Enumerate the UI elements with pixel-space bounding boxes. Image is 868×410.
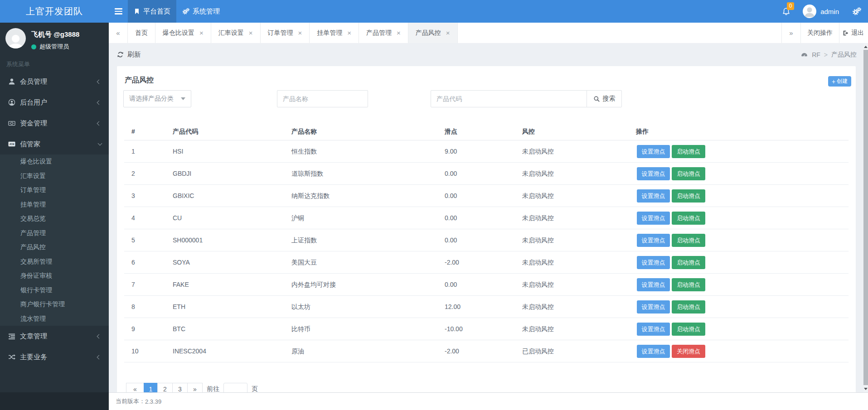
sidebar-subitem-merchant-bankcard[interactable]: 商户银行卡管理 bbox=[0, 297, 109, 312]
sidebar-user-name: 飞机号 @g3888 bbox=[31, 30, 79, 39]
sidebar-subitem-product-risk[interactable]: 产品风控 bbox=[0, 240, 109, 255]
sidebar-item-backend-users[interactable]: 后台用户 bbox=[0, 92, 109, 113]
tab-exchange-rate[interactable]: 汇率设置× bbox=[211, 23, 261, 43]
settings-button[interactable] bbox=[845, 0, 868, 23]
logout-button[interactable]: 退出 bbox=[839, 23, 868, 43]
product-category-select[interactable]: 请选择产品分类 bbox=[123, 90, 191, 107]
user-menu[interactable]: admin bbox=[796, 0, 845, 23]
set-slippage-button[interactable]: 设置滑点 bbox=[637, 167, 670, 180]
scrollbar-thumb[interactable] bbox=[863, 50, 868, 385]
set-slippage-button[interactable]: 设置滑点 bbox=[637, 145, 670, 158]
sidebar-item-article-manage[interactable]: 文章管理 bbox=[0, 326, 109, 347]
sidebar-subitem-order-manage[interactable]: 订单管理 bbox=[0, 183, 109, 198]
set-slippage-button[interactable]: 设置滑点 bbox=[637, 345, 670, 358]
tab-close-icon[interactable]: × bbox=[249, 29, 253, 37]
tab-close-icon[interactable]: × bbox=[446, 29, 450, 37]
cell-risk-status: 未启动风控 bbox=[522, 185, 554, 207]
start-slippage-button[interactable]: 启动滑点 bbox=[672, 167, 705, 180]
start-slippage-button[interactable]: 启动滑点 bbox=[672, 300, 705, 314]
close-operations-button[interactable]: 关闭操作 bbox=[800, 23, 839, 43]
tab-product-risk[interactable]: 产品风控× bbox=[408, 23, 458, 43]
user-avatar-icon bbox=[5, 31, 26, 48]
sidebar-subitem-exchange-manage[interactable]: 交易所管理 bbox=[0, 255, 109, 269]
sidebar-subitem-pending-order[interactable]: 挂单管理 bbox=[0, 198, 109, 212]
breadcrumb: RF > 产品风控 bbox=[800, 51, 857, 59]
product-code-input[interactable] bbox=[431, 90, 587, 107]
cell-index: 6 bbox=[131, 251, 135, 274]
scroll-down-button[interactable] bbox=[863, 386, 868, 392]
product-name-input[interactable] bbox=[277, 90, 368, 107]
page-button-2[interactable]: 2 bbox=[157, 383, 173, 392]
tab-order-manage[interactable]: 订单管理× bbox=[261, 23, 310, 43]
tab-pending-order[interactable]: 挂单管理× bbox=[310, 23, 359, 43]
cell-risk-status: 未启动风控 bbox=[522, 163, 554, 185]
breadcrumb-root[interactable]: RF bbox=[812, 51, 820, 58]
set-slippage-button[interactable]: 设置滑点 bbox=[637, 300, 670, 314]
set-slippage-button[interactable]: 设置滑点 bbox=[637, 278, 670, 291]
sidebar-item-funds-manage[interactable]: 资金管理 bbox=[0, 113, 109, 134]
table-row: 4 CU 沪铜 0.00 未启动风控 设置滑点 启动滑点 bbox=[124, 207, 849, 229]
close-slippage-button[interactable]: 关闭滑点 bbox=[672, 345, 705, 358]
cell-risk-status: 未启动风控 bbox=[522, 251, 554, 274]
tab-close-icon[interactable]: × bbox=[397, 29, 401, 37]
sidebar-item-member-manage[interactable]: 会员管理 bbox=[0, 71, 109, 92]
cell-slippage: 12.00 bbox=[445, 296, 461, 318]
search-button[interactable]: 搜索 bbox=[587, 90, 622, 107]
prev-page-button[interactable]: « bbox=[126, 383, 144, 392]
create-button[interactable]: +创建 bbox=[828, 76, 851, 87]
start-slippage-button[interactable]: 启动滑点 bbox=[672, 278, 705, 291]
start-slippage-button[interactable]: 启动滑点 bbox=[672, 189, 705, 203]
cell-index: 2 bbox=[131, 163, 135, 185]
sidebar-subitem-burst-ratio[interactable]: 爆仓比设置 bbox=[0, 154, 109, 169]
sidebar-subitem-exchange-rate[interactable]: 汇率设置 bbox=[0, 169, 109, 183]
start-slippage-button[interactable]: 启动滑点 bbox=[672, 323, 705, 336]
sidebar-subitem-bankcard-manage[interactable]: 银行卡管理 bbox=[0, 283, 109, 298]
content-scrollbar[interactable] bbox=[863, 43, 868, 392]
start-slippage-button[interactable]: 启动滑点 bbox=[672, 234, 705, 247]
sidebar-item-xin-guanjia[interactable]: JCB信管家 bbox=[0, 134, 109, 154]
tab-close-icon[interactable]: × bbox=[298, 29, 302, 37]
start-slippage-button[interactable]: 启动滑点 bbox=[672, 145, 705, 158]
scroll-up-button[interactable] bbox=[863, 43, 868, 50]
cogs-icon bbox=[182, 8, 189, 15]
hamburger-icon bbox=[115, 8, 122, 9]
cell-slippage: 0.00 bbox=[445, 274, 457, 296]
nav-system-manage[interactable]: 系统管理 bbox=[176, 0, 226, 23]
page-title: 产品风控 bbox=[125, 76, 154, 85]
cell-product-name: 道琼斯指数 bbox=[291, 163, 323, 185]
notifications-button[interactable]: 0 bbox=[776, 0, 796, 23]
tab-burst-ratio[interactable]: 爆仓比设置× bbox=[155, 23, 211, 43]
set-slippage-button[interactable]: 设置滑点 bbox=[637, 189, 670, 203]
sidebar-subitem-flow-manage[interactable]: 流水管理 bbox=[0, 312, 109, 326]
nav-platform-home[interactable]: 平台首页 bbox=[128, 0, 176, 23]
user-avatar-icon bbox=[803, 5, 816, 18]
set-slippage-button[interactable]: 设置滑点 bbox=[637, 323, 670, 336]
cell-product-code: ETH bbox=[173, 296, 185, 318]
cell-index: 9 bbox=[131, 318, 135, 340]
page-button-1[interactable]: 1 bbox=[144, 383, 158, 392]
next-page-button[interactable]: » bbox=[187, 383, 203, 392]
set-slippage-button[interactable]: 设置滑点 bbox=[637, 256, 670, 269]
tabs-scroll-left-button[interactable]: « bbox=[109, 23, 128, 43]
column-header: 风控 bbox=[522, 122, 535, 140]
sidebar-subitem-product-manage[interactable]: 产品管理 bbox=[0, 226, 109, 241]
set-slippage-button[interactable]: 设置滑点 bbox=[637, 234, 670, 247]
sidebar-subitem-id-audit[interactable]: 身份证审核 bbox=[0, 269, 109, 283]
tabs-scroll-right-button[interactable]: » bbox=[781, 23, 800, 43]
tab-product-manage[interactable]: 产品管理× bbox=[359, 23, 408, 43]
brand-logo: 上官开发团队 bbox=[0, 0, 109, 23]
refresh-button[interactable]: 刷新 bbox=[117, 50, 141, 59]
start-slippage-button[interactable]: 启动滑点 bbox=[672, 256, 705, 269]
goto-page-input[interactable] bbox=[223, 383, 247, 392]
sidebar-toggle-button[interactable] bbox=[109, 0, 128, 23]
sidebar-subitem-trade-overview[interactable]: 交易总览 bbox=[0, 212, 109, 226]
tab-close-icon[interactable]: × bbox=[199, 29, 204, 37]
tab-close-icon[interactable]: × bbox=[347, 29, 351, 37]
sidebar-item-main-business[interactable]: 主要业务 bbox=[0, 347, 109, 367]
start-slippage-button[interactable]: 启动滑点 bbox=[672, 212, 705, 225]
cell-risk-status: 未启动风控 bbox=[522, 140, 554, 163]
notification-badge: 0 bbox=[787, 2, 794, 10]
tab-home[interactable]: 首页 bbox=[128, 23, 155, 43]
set-slippage-button[interactable]: 设置滑点 bbox=[637, 212, 670, 225]
page-button-3[interactable]: 3 bbox=[172, 383, 188, 392]
